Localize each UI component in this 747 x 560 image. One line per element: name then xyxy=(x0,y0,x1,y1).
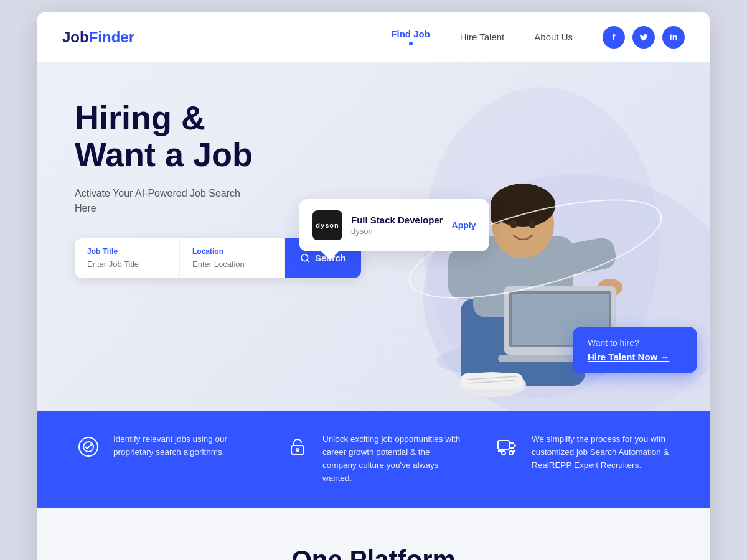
svg-point-0 xyxy=(301,254,308,261)
bottom-title: One Platform xyxy=(75,545,672,560)
navbar: JobFinder Find Job Hire Talent About Us … xyxy=(37,12,710,62)
job-card-title: Full Stack Developer xyxy=(351,215,443,225)
facebook-icon[interactable]: f xyxy=(603,26,625,49)
svg-rect-22 xyxy=(291,446,304,454)
svg-point-23 xyxy=(296,449,299,451)
hero-title-line1: Hiring & xyxy=(75,99,205,136)
job-title-input[interactable] xyxy=(87,259,167,269)
unlock-icon xyxy=(284,433,311,460)
job-card-company: dyson xyxy=(351,226,443,236)
logo-part2: Finder xyxy=(89,29,134,45)
features-strip: Identify relevant jobs using our proprie… xyxy=(37,411,710,508)
hire-card-text: Want to hire? xyxy=(588,338,682,348)
search-algorithm-icon xyxy=(75,433,102,460)
feature-text-3: We simplify the process for you with cus… xyxy=(532,433,672,472)
nav-hire-talent[interactable]: Hire Talent xyxy=(460,32,504,42)
feature-item-3: We simplify the process for you with cus… xyxy=(493,433,672,472)
recruiter-icon xyxy=(493,433,520,460)
hero-title-line2: Want a Job xyxy=(75,136,253,173)
linkedin-icon[interactable]: in xyxy=(662,26,685,49)
nav-find-job[interactable]: Find Job xyxy=(391,29,430,45)
twitter-icon[interactable] xyxy=(632,26,655,49)
feature-item-2: Unlock exciting job opportunities with c… xyxy=(284,433,463,485)
feature-text-1: Identify relevant jobs using our proprie… xyxy=(113,433,254,459)
svg-point-25 xyxy=(502,451,505,455)
location-field: Location xyxy=(180,238,285,278)
nav-links: Find Job Hire Talent About Us xyxy=(391,29,573,45)
app-window: JobFinder Find Job Hire Talent About Us … xyxy=(37,12,710,560)
job-title-field: Job Title xyxy=(75,238,180,278)
location-label: Location xyxy=(192,247,272,256)
hire-talent-link[interactable]: Hire Talent Now → xyxy=(588,352,682,362)
hero-title: Hiring & Want a Job xyxy=(75,100,361,174)
hero-section: dyson Full Stack Developer dyson Apply H… xyxy=(37,62,710,411)
feature-item-1: Identify relevant jobs using our proprie… xyxy=(75,433,254,460)
job-card: dyson Full Stack Developer dyson Apply xyxy=(299,199,489,251)
search-icon xyxy=(300,253,310,263)
bottom-section: One Platform xyxy=(37,508,710,560)
logo-part1: Job xyxy=(62,29,89,45)
hire-talent-card: Want to hire? Hire Talent Now → xyxy=(573,327,697,373)
location-input[interactable] xyxy=(192,259,272,269)
nav-about-us[interactable]: About Us xyxy=(534,32,573,42)
feature-text-2: Unlock exciting job opportunities with c… xyxy=(322,433,463,485)
svg-point-26 xyxy=(509,451,513,455)
job-info: Full Stack Developer dyson xyxy=(351,215,443,236)
company-logo: dyson xyxy=(312,210,342,240)
logo: JobFinder xyxy=(62,29,134,46)
apply-button[interactable]: Apply xyxy=(452,220,476,230)
social-icons: f in xyxy=(603,26,685,49)
svg-rect-17 xyxy=(461,373,523,389)
job-title-label: Job Title xyxy=(87,247,167,256)
svg-rect-24 xyxy=(498,441,509,449)
